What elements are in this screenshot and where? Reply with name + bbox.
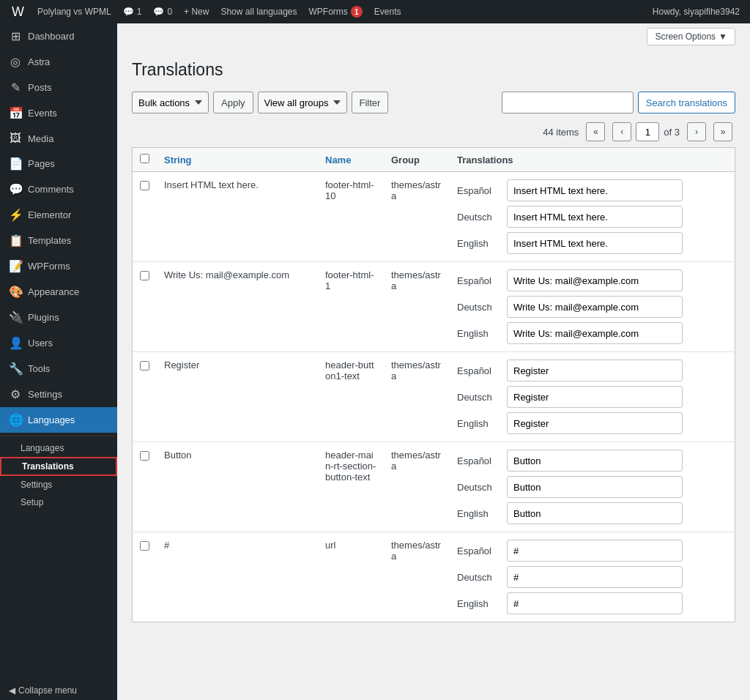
sidebar-item-wpforms[interactable]: 📝 WPForms — [0, 253, 117, 279]
translation-input[interactable] — [507, 179, 683, 201]
sidebar-item-media[interactable]: 🖼 Media — [0, 126, 117, 151]
templates-icon: 📋 — [9, 234, 22, 247]
sidebar-item-languages[interactable]: 🌐 Languages ◀ — [0, 407, 117, 433]
translation-entry: Deutsch — [457, 296, 727, 318]
sidebar-item-comments[interactable]: 💬 Comments — [0, 176, 117, 202]
filter-button[interactable]: Filter — [352, 92, 389, 113]
translation-entry: Español — [457, 179, 727, 201]
sidebar-item-astra[interactable]: ◎ Astra — [0, 49, 117, 75]
header-translations: Translations — [450, 148, 735, 172]
view-all-groups-select[interactable]: View all groups — [258, 92, 347, 113]
wp-logo[interactable]: W — [6, 0, 30, 23]
astra-icon: ◎ — [9, 55, 22, 69]
translation-input[interactable] — [507, 566, 683, 588]
translation-entry: Deutsch — [457, 386, 727, 408]
sidebar-item-label: Comments — [28, 184, 74, 195]
new-link[interactable]: + New — [179, 0, 213, 23]
row-checkbox[interactable] — [140, 451, 149, 461]
translation-entry: Español — [457, 269, 727, 291]
row-checkbox[interactable] — [140, 541, 149, 551]
translation-input[interactable] — [507, 502, 683, 524]
page-number-input[interactable] — [636, 122, 659, 141]
admin-bar: W Polylang vs WPML 💬 1 💬 0 + New Show al… — [0, 0, 750, 23]
translation-input[interactable] — [507, 450, 683, 472]
collapse-menu[interactable]: ◀ Collapse menu — [0, 681, 117, 700]
prev-page-button[interactable]: ‹ — [612, 122, 631, 141]
row-checkbox[interactable] — [140, 181, 149, 190]
sidebar-item-settings[interactable]: ⚙ Settings — [0, 381, 117, 407]
translation-input[interactable] — [507, 360, 683, 381]
string-cell: Button — [157, 442, 318, 532]
sidebar-sub-languages[interactable]: Languages — [0, 439, 117, 457]
sidebar-item-plugins[interactable]: 🔌 Plugins — [0, 305, 117, 330]
sidebar-item-users[interactable]: 👤 Users — [0, 330, 117, 356]
comments-link[interactable]: 💬 1 — [119, 0, 146, 23]
translations-cell: EspañolDeutschEnglish — [450, 532, 735, 622]
sidebar-item-templates[interactable]: 📋 Templates — [0, 228, 117, 253]
translation-input[interactable] — [507, 269, 683, 291]
translation-entry: English — [457, 502, 727, 524]
bulk-actions-select[interactable]: Bulk actions — [132, 92, 209, 113]
howdy-user[interactable]: Howdy, siyapifihe3942 — [648, 0, 744, 23]
search-area: Search translations — [502, 92, 735, 113]
apply-button[interactable]: Apply — [213, 92, 253, 113]
wpforms-badge: 1 — [351, 6, 363, 18]
sidebar-item-posts[interactable]: ✎ Posts — [0, 75, 117, 100]
sidebar-item-elementor[interactable]: ⚡ Elementor — [0, 202, 117, 228]
group-cell: themes/astra — [384, 172, 450, 262]
sidebar-item-label: Users — [28, 338, 53, 349]
row-checkbox-cell — [133, 262, 157, 352]
sidebar-sub-settings[interactable]: Settings — [0, 476, 117, 494]
sidebar-sub-setup[interactable]: Setup — [0, 494, 117, 511]
table-row: Buttonheader-main-rt-section-button-text… — [133, 442, 735, 532]
translation-input[interactable] — [507, 386, 683, 408]
search-translations-button[interactable]: Search translations — [638, 92, 735, 113]
language-label: Deutsch — [457, 392, 501, 403]
translation-entry: Español — [457, 540, 727, 562]
first-page-button[interactable]: « — [586, 122, 605, 141]
last-page-button[interactable]: » — [713, 122, 732, 141]
row-checkbox-cell — [133, 352, 157, 442]
sidebar-item-dashboard[interactable]: ⊞ Dashboard — [0, 23, 117, 49]
sidebar-item-pages[interactable]: 📄 Pages — [0, 151, 117, 176]
wpforms-link[interactable]: WPForms 1 — [305, 0, 367, 23]
row-checkbox[interactable] — [140, 361, 149, 371]
show-all-languages-link[interactable]: Show all languages — [216, 0, 301, 23]
sidebar-item-tools[interactable]: 🔧 Tools — [0, 356, 117, 381]
screen-options-button[interactable]: Screen Options ▼ — [647, 28, 735, 45]
search-input[interactable] — [502, 92, 634, 113]
site-name[interactable]: Polylang vs WPML — [33, 0, 116, 23]
sidebar-item-label: Tools — [28, 363, 50, 374]
select-all-checkbox[interactable] — [140, 154, 149, 163]
sidebar-item-events[interactable]: 📅 Events — [0, 100, 117, 126]
sidebar-item-label: Elementor — [28, 209, 71, 220]
next-page-button[interactable]: › — [687, 122, 706, 141]
bubble-link[interactable]: 💬 0 — [149, 0, 177, 23]
translation-input[interactable] — [507, 206, 683, 228]
translation-input[interactable] — [507, 476, 683, 498]
translation-input[interactable] — [507, 592, 683, 614]
translations-cell: EspañolDeutschEnglish — [450, 262, 735, 352]
sidebar-item-appearance[interactable]: 🎨 Appearance — [0, 279, 117, 305]
name-cell: footer-html-10 — [318, 172, 384, 262]
translation-input[interactable] — [507, 540, 683, 562]
events-link[interactable]: Events — [370, 0, 406, 23]
translation-entry: Deutsch — [457, 206, 727, 228]
translation-input[interactable] — [507, 322, 683, 344]
header-name[interactable]: Name — [318, 148, 384, 172]
main-inner: Translations Bulk actions Apply View all… — [117, 45, 750, 637]
translation-input[interactable] — [507, 412, 683, 434]
table-body: Insert HTML text here.footer-html-10them… — [133, 172, 735, 622]
row-checkbox[interactable] — [140, 271, 149, 280]
string-cell: Register — [157, 352, 318, 442]
sidebar-item-label: Plugins — [28, 312, 59, 323]
header-string[interactable]: String — [157, 148, 318, 172]
events-icon: 📅 — [9, 106, 22, 120]
screen-options-arrow-icon: ▼ — [719, 31, 727, 42]
translation-input[interactable] — [507, 232, 683, 254]
sidebar-sub-translations[interactable]: Translations — [0, 457, 117, 476]
translation-input[interactable] — [507, 296, 683, 318]
string-cell: Write Us: mail@example.com — [157, 262, 318, 352]
pagination: « ‹ of 3 › » — [583, 122, 735, 141]
language-label: Deutsch — [457, 482, 501, 493]
